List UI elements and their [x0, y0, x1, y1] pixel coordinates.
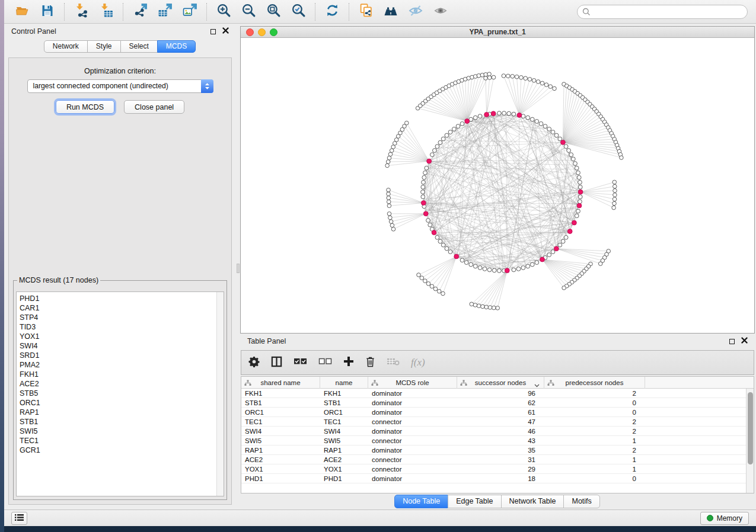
graph-node[interactable]: [576, 171, 580, 175]
save-session-button[interactable]: [35, 2, 60, 22]
graph-node[interactable]: [613, 184, 617, 188]
cell-shared-name[interactable]: TEC1: [241, 418, 320, 425]
graph-mcds-node[interactable]: [427, 159, 432, 164]
search-input[interactable]: [577, 5, 748, 19]
cell-successor-nodes[interactable]: 35: [457, 447, 544, 454]
graph-node[interactable]: [573, 162, 578, 166]
cell-name[interactable]: FKH1: [320, 390, 368, 397]
graph-mcds-node[interactable]: [567, 229, 572, 234]
graph-node[interactable]: [391, 145, 395, 149]
graph-node[interactable]: [578, 195, 582, 199]
graph-node[interactable]: [524, 76, 528, 81]
graph-node[interactable]: [390, 149, 394, 153]
graph-node[interactable]: [483, 267, 487, 271]
graph-mcds-node[interactable]: [465, 119, 470, 124]
graph-node[interactable]: [426, 282, 430, 286]
graph-node[interactable]: [386, 160, 390, 164]
graph-mcds-node[interactable]: [421, 201, 426, 206]
cell-successor-nodes[interactable]: 18: [457, 475, 544, 482]
cell-successor-nodes[interactable]: 29: [457, 466, 544, 473]
graph-node[interactable]: [488, 306, 492, 310]
split-divider[interactable]: [236, 24, 240, 509]
graph-node[interactable]: [571, 157, 575, 161]
cell-MCDS-role[interactable]: connector: [368, 418, 457, 425]
graph-node[interactable]: [405, 121, 409, 125]
graph-node[interactable]: [430, 153, 434, 157]
graph-mcds-node[interactable]: [578, 190, 583, 194]
table-row[interactable]: RAP1RAP1dominator352: [241, 446, 754, 455]
cell-successor-nodes[interactable]: 43: [457, 437, 544, 444]
graph-node[interactable]: [539, 121, 543, 126]
cell-successor-nodes[interactable]: 47: [457, 418, 544, 425]
graph-node[interactable]: [422, 180, 426, 184]
mcds-result-item[interactable]: SRD1: [17, 351, 224, 360]
graph-node[interactable]: [460, 121, 464, 126]
graph-node[interactable]: [535, 120, 539, 124]
graph-node[interactable]: [441, 137, 445, 141]
table-row[interactable]: PHD1PHD1dominator180: [241, 474, 754, 483]
graph-node[interactable]: [478, 114, 482, 118]
cell-MCDS-role[interactable]: connector: [368, 466, 457, 473]
cell-name[interactable]: YOX1: [320, 466, 368, 473]
graph-node[interactable]: [569, 153, 573, 157]
graph-mcds-node[interactable]: [454, 254, 459, 259]
zoom-in-button[interactable]: [211, 2, 236, 22]
close-panel-button[interactable]: Close panel: [124, 100, 184, 114]
graph-node[interactable]: [512, 112, 516, 116]
cell-name[interactable]: ACE2: [320, 456, 368, 463]
graph-node[interactable]: [435, 235, 439, 239]
graph-node[interactable]: [435, 145, 439, 149]
graph-node[interactable]: [420, 276, 424, 280]
cell-shared-name[interactable]: ACE2: [241, 456, 320, 463]
table-scrollbar-thumb[interactable]: [748, 392, 753, 464]
graph-node[interactable]: [492, 268, 496, 273]
graph-node[interactable]: [484, 305, 489, 309]
graph-node[interactable]: [512, 268, 516, 272]
graph-node[interactable]: [540, 81, 544, 85]
graph-node[interactable]: [426, 219, 430, 223]
graph-node[interactable]: [448, 250, 452, 254]
window-close-button[interactable]: [246, 28, 254, 36]
graph-node[interactable]: [433, 287, 438, 291]
table-row[interactable]: STB1STB1dominator620: [241, 398, 754, 408]
table-settings-button[interactable]: [248, 356, 260, 370]
graph-node[interactable]: [385, 164, 390, 168]
graph-node[interactable]: [421, 190, 425, 194]
cell-predecessor-nodes[interactable]: 0: [544, 475, 645, 482]
graph-node[interactable]: [445, 133, 449, 137]
graph-node[interactable]: [387, 192, 391, 196]
cell-MCDS-role[interactable]: dominator: [368, 428, 457, 435]
graph-node[interactable]: [598, 262, 602, 266]
graph-node[interactable]: [387, 188, 391, 192]
graph-node[interactable]: [567, 149, 571, 153]
graph-mcds-node[interactable]: [577, 203, 582, 208]
graph-node[interactable]: [613, 189, 617, 193]
graph-node[interactable]: [464, 261, 468, 265]
export-network-button[interactable]: [127, 2, 152, 22]
graph-node[interactable]: [544, 83, 548, 87]
graph-node[interactable]: [548, 85, 553, 89]
graph-node[interactable]: [543, 124, 547, 129]
graph-node[interactable]: [481, 305, 485, 309]
delete-row-button[interactable]: [365, 356, 375, 370]
cell-name[interactable]: SWI4: [320, 428, 368, 435]
graph-node[interactable]: [470, 302, 474, 306]
first-neighbors-button[interactable]: [378, 2, 403, 22]
tab-motifs[interactable]: Motifs: [563, 495, 599, 508]
graph-node[interactable]: [387, 156, 391, 160]
cell-shared-name[interactable]: SWI4: [241, 428, 320, 435]
cell-name[interactable]: STB1: [320, 399, 368, 406]
cell-predecessor-nodes[interactable]: 2: [544, 390, 645, 397]
graph-node[interactable]: [492, 75, 496, 79]
graph-node[interactable]: [536, 80, 540, 84]
mcds-result-item[interactable]: SWI5: [17, 427, 224, 436]
graph-node[interactable]: [497, 269, 502, 273]
cell-predecessor-nodes[interactable]: 1: [544, 466, 645, 473]
network-graph-svg[interactable]: [241, 38, 754, 333]
split-divider-grip[interactable]: [237, 264, 240, 273]
graph-node[interactable]: [558, 243, 562, 247]
graph-node[interactable]: [526, 264, 530, 268]
window-zoom-button[interactable]: [270, 28, 277, 36]
graph-node[interactable]: [422, 175, 426, 180]
graph-node[interactable]: [473, 264, 477, 268]
